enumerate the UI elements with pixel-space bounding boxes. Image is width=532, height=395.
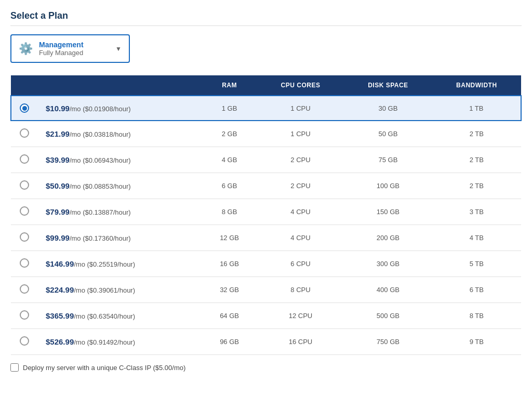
table-row[interactable]: $50.99/mo ($0.08853/hour) 6 GB 2 CPU 100… — [11, 173, 521, 199]
price-cell: $526.99/mo ($0.91492/hour) — [37, 329, 202, 355]
cpu-cell: 8 CPU — [257, 277, 344, 303]
disk-cell: 300 GB — [344, 251, 432, 277]
col-header-disk: DISK SPACE — [344, 75, 432, 96]
col-header-price — [37, 75, 202, 96]
radio-button[interactable] — [20, 180, 29, 190]
price-main: $99.99/mo ($0.17360/hour) — [46, 233, 131, 242]
ram-cell: 1 GB — [202, 96, 257, 121]
radio-cell[interactable] — [11, 251, 37, 277]
price-main: $50.99/mo ($0.08853/hour) — [46, 181, 131, 190]
page-title: Select a Plan — [10, 10, 522, 26]
price-period: /mo ($0.03818/hour) — [70, 130, 131, 138]
disk-cell: 750 GB — [344, 329, 432, 355]
bandwidth-cell: 6 TB — [432, 277, 521, 303]
price-cell: $99.99/mo ($0.17360/hour) — [37, 225, 202, 251]
cpu-cell: 16 CPU — [257, 329, 344, 355]
price-cell: $10.99/mo ($0.01908/hour) — [37, 96, 202, 121]
bandwidth-cell: 8 TB — [432, 303, 521, 329]
col-header-ram: RAM — [202, 75, 257, 96]
price-cell: $21.99/mo ($0.03818/hour) — [37, 121, 202, 147]
radio-cell[interactable] — [11, 199, 37, 225]
radio-button[interactable] — [20, 336, 29, 346]
table-row[interactable]: $21.99/mo ($0.03818/hour) 2 GB 1 CPU 50 … — [11, 121, 521, 147]
disk-cell: 30 GB — [344, 96, 432, 121]
radio-button[interactable] — [20, 284, 29, 294]
radio-cell[interactable] — [11, 121, 37, 147]
radio-button[interactable] — [20, 128, 29, 138]
price-period: /mo ($0.13887/hour) — [70, 208, 131, 216]
bandwidth-cell: 1 TB — [432, 96, 521, 121]
disk-cell: 100 GB — [344, 173, 432, 199]
cclass-ip-label[interactable]: Deploy my server with a unique C-Class I… — [23, 364, 185, 372]
radio-cell[interactable] — [11, 329, 37, 355]
radio-cell[interactable] — [11, 303, 37, 329]
cpu-cell: 1 CPU — [257, 121, 344, 147]
table-row[interactable]: $224.99/mo ($0.39061/hour) 32 GB 8 CPU 4… — [11, 277, 521, 303]
price-period: /mo ($0.06943/hour) — [70, 156, 131, 164]
table-row[interactable]: $365.99/mo ($0.63540/hour) 64 GB 12 CPU … — [11, 303, 521, 329]
radio-button[interactable] — [20, 258, 29, 268]
price-cell: $365.99/mo ($0.63540/hour) — [37, 303, 202, 329]
radio-button[interactable] — [20, 310, 29, 320]
management-label: Management — [39, 41, 109, 49]
disk-cell: 400 GB — [344, 277, 432, 303]
price-period: /mo ($0.63540/hour) — [74, 312, 135, 320]
disk-cell: 200 GB — [344, 225, 432, 251]
dropdown-arrow-icon: ▼ — [115, 45, 122, 52]
cpu-cell: 2 CPU — [257, 173, 344, 199]
management-icon: ⚙️ — [19, 42, 33, 56]
table-row[interactable]: $146.99/mo ($0.25519/hour) 16 GB 6 CPU 3… — [11, 251, 521, 277]
price-period: /mo ($0.39061/hour) — [74, 286, 135, 294]
price-main: $39.99/mo ($0.06943/hour) — [46, 155, 131, 164]
price-main: $224.99/mo ($0.39061/hour) — [46, 285, 135, 294]
ram-cell: 32 GB — [202, 277, 257, 303]
price-cell: $39.99/mo ($0.06943/hour) — [37, 147, 202, 173]
price-main: $526.99/mo ($0.91492/hour) — [46, 337, 135, 346]
cpu-cell: 4 CPU — [257, 199, 344, 225]
ram-cell: 16 GB — [202, 251, 257, 277]
cpu-cell: 12 CPU — [257, 303, 344, 329]
radio-cell[interactable] — [11, 173, 37, 199]
management-section: ⚙️ Management Fully Managed ▼ — [10, 34, 522, 63]
radio-cell[interactable] — [11, 277, 37, 303]
radio-button[interactable] — [20, 154, 29, 164]
price-main: $21.99/mo ($0.03818/hour) — [46, 129, 131, 138]
price-cell: $146.99/mo ($0.25519/hour) — [37, 251, 202, 277]
price-period: /mo ($0.01908/hour) — [70, 105, 131, 113]
ram-cell: 8 GB — [202, 199, 257, 225]
disk-cell: 500 GB — [344, 303, 432, 329]
table-row[interactable]: $10.99/mo ($0.01908/hour) 1 GB 1 CPU 30 … — [11, 96, 521, 121]
table-row[interactable]: $79.99/mo ($0.13887/hour) 8 GB 4 CPU 150… — [11, 199, 521, 225]
price-main: $10.99/mo ($0.01908/hour) — [46, 104, 131, 113]
radio-button[interactable] — [20, 103, 29, 113]
ram-cell: 2 GB — [202, 121, 257, 147]
management-text: Management Fully Managed — [39, 41, 109, 57]
bandwidth-cell: 5 TB — [432, 251, 521, 277]
col-header-radio — [11, 75, 37, 96]
price-cell: $224.99/mo ($0.39061/hour) — [37, 277, 202, 303]
management-dropdown[interactable]: ⚙️ Management Fully Managed ▼ — [10, 34, 130, 63]
price-period: /mo ($0.08853/hour) — [70, 182, 131, 190]
radio-cell[interactable] — [11, 225, 37, 251]
radio-cell[interactable] — [11, 147, 37, 173]
radio-button[interactable] — [20, 206, 29, 216]
disk-cell: 150 GB — [344, 199, 432, 225]
ram-cell: 4 GB — [202, 147, 257, 173]
radio-button[interactable] — [20, 232, 29, 242]
ram-cell: 12 GB — [202, 225, 257, 251]
cclass-ip-checkbox[interactable] — [10, 363, 19, 372]
price-main: $365.99/mo ($0.63540/hour) — [46, 311, 135, 320]
price-period: /mo ($0.17360/hour) — [70, 234, 131, 242]
ram-cell: 6 GB — [202, 173, 257, 199]
disk-cell: 75 GB — [344, 147, 432, 173]
table-row[interactable]: $99.99/mo ($0.17360/hour) 12 GB 4 CPU 20… — [11, 225, 521, 251]
price-period: /mo ($0.25519/hour) — [74, 260, 135, 268]
bandwidth-cell: 2 TB — [432, 147, 521, 173]
table-row[interactable]: $39.99/mo ($0.06943/hour) 4 GB 2 CPU 75 … — [11, 147, 521, 173]
bandwidth-cell: 4 TB — [432, 225, 521, 251]
price-main: $146.99/mo ($0.25519/hour) — [46, 259, 135, 268]
cpu-cell: 6 CPU — [257, 251, 344, 277]
radio-cell[interactable] — [11, 96, 37, 121]
table-row[interactable]: $526.99/mo ($0.91492/hour) 96 GB 16 CPU … — [11, 329, 521, 355]
price-cell: $79.99/mo ($0.13887/hour) — [37, 199, 202, 225]
